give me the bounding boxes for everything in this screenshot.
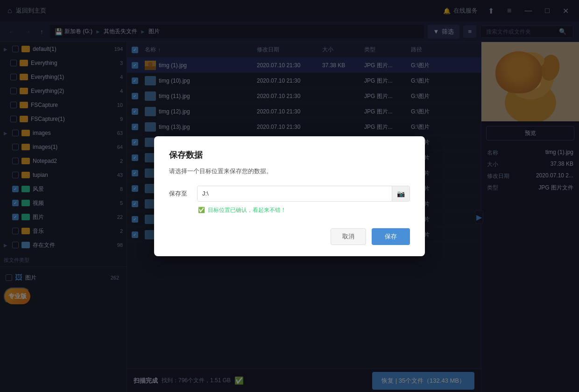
dialog-overlay: 保存数据 请选择一个目标位置来保存您的数据。 保存至 📷 ✅ 目标位置已确认，看…	[0, 0, 579, 392]
dialog-validation: ✅ 目标位置已确认，看起来不错！	[198, 206, 410, 214]
save-path-input[interactable]	[198, 186, 392, 201]
dialog-description: 请选择一个目标位置来保存您的数据。	[169, 167, 410, 175]
browse-button[interactable]: 📷	[392, 186, 410, 201]
save-button[interactable]: 保存	[372, 228, 410, 245]
save-dialog: 保存数据 请选择一个目标位置来保存您的数据。 保存至 📷 ✅ 目标位置已确认，看…	[154, 136, 425, 256]
validation-text: 目标位置已确认，看起来不错！	[208, 206, 286, 214]
dialog-buttons: 取消 保存	[169, 224, 410, 245]
dialog-label-saveto: 保存至	[169, 189, 197, 198]
dialog-input-wrap: 📷	[197, 186, 410, 202]
dialog-field: 保存至 📷	[169, 186, 410, 202]
cancel-button[interactable]: 取消	[331, 228, 366, 245]
validation-ok-icon: ✅	[198, 207, 205, 213]
dialog-title: 保存数据	[169, 149, 410, 161]
